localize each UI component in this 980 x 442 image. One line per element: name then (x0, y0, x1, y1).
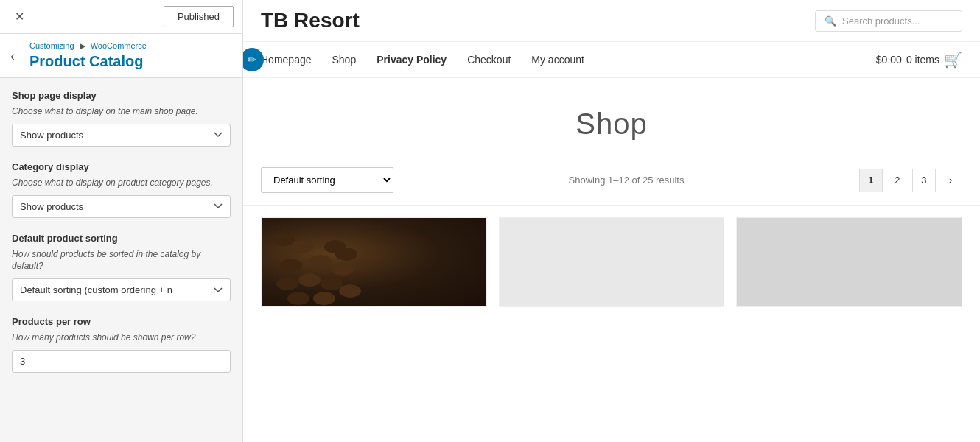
search-placeholder: Search products... (842, 15, 920, 27)
shop-heading: Shop (261, 108, 962, 141)
search-icon: 🔍 (825, 15, 836, 27)
nav-shop[interactable]: Shop (332, 54, 357, 66)
default-sorting-section: Default product sorting How should produ… (12, 233, 231, 302)
products-per-row-section: Products per row How many products shoul… (12, 316, 231, 373)
page-2-button[interactable]: 2 (886, 169, 909, 192)
sort-select[interactable]: Default sorting (261, 167, 393, 193)
default-sorting-title: Default product sorting (12, 233, 231, 244)
nav-bar: ✏ Homepage Shop Privacy Policy Checkout … (243, 42, 980, 78)
breadcrumb-customizing[interactable]: Customizing (29, 41, 74, 50)
default-sorting-desc: How should products be sorted in the cat… (12, 248, 231, 273)
page-3-button[interactable]: 3 (912, 169, 936, 192)
cart-icon: 🛒 (944, 51, 962, 69)
panel-content: Shop page display Choose what to display… (0, 78, 242, 442)
breadcrumb-separator: ▶ (80, 41, 85, 50)
product-grid (243, 206, 980, 319)
shop-display-title: Shop page display (12, 90, 231, 101)
breadcrumb-area: ‹ Customizing ▶ WooCommerce Product Cata… (0, 34, 242, 78)
category-display-title: Category display (12, 161, 231, 172)
breadcrumb: Customizing ▶ WooCommerce (29, 41, 231, 51)
coffee-beans-image (262, 218, 486, 306)
shop-display-section: Shop page display Choose what to display… (12, 90, 231, 147)
category-display-select[interactable]: Show products Show subcategories Show su… (12, 195, 231, 218)
page-title: Product Catalog (29, 53, 231, 70)
breadcrumb-woocommerce[interactable]: WooCommerce (91, 41, 147, 50)
category-display-desc: Choose what to display on product catego… (12, 177, 231, 189)
products-per-row-input[interactable] (12, 350, 231, 373)
shop-display-select[interactable]: Show products Show categories Show categ… (12, 124, 231, 147)
product-image (262, 218, 486, 306)
published-button[interactable]: Published (164, 6, 234, 27)
nav-checkout[interactable]: Checkout (467, 54, 511, 66)
shop-heading-area: Shop (243, 78, 980, 155)
product-card[interactable] (499, 217, 725, 307)
products-per-row-title: Products per row (12, 316, 231, 327)
main-content: Shop Default sorting Showing 1–12 of 25 … (243, 78, 980, 442)
cart-items-count: 0 items (906, 54, 939, 66)
product-card[interactable] (261, 217, 487, 307)
top-bar: ✕ Published (0, 0, 242, 34)
nav-homepage[interactable]: Homepage (261, 54, 312, 66)
pagination: 1 2 3 › (859, 169, 962, 192)
customizer-panel: ✕ Published ‹ Customizing ▶ WooCommerce … (0, 0, 243, 442)
product-card[interactable] (736, 217, 962, 307)
back-button[interactable]: ‹ (7, 45, 18, 66)
category-display-section: Category display Choose what to display … (12, 161, 231, 218)
preview-panel: TB Resort 🔍 Search products... ✏ Homepag… (243, 0, 980, 442)
site-header: TB Resort 🔍 Search products... (243, 0, 980, 42)
nav-privacy[interactable]: Privacy Policy (377, 54, 447, 66)
default-sorting-select[interactable]: Default sorting (custom ordering + n Pop… (12, 278, 231, 301)
cart-area[interactable]: $0.00 0 items 🛒 (876, 51, 962, 69)
nav-myaccount[interactable]: My account (531, 54, 584, 66)
results-text: Showing 1–12 of 25 results (569, 175, 685, 186)
shop-toolbar: Default sorting Showing 1–12 of 25 resul… (243, 155, 980, 206)
next-page-button[interactable]: › (939, 169, 962, 192)
search-box[interactable]: 🔍 Search products... (815, 10, 962, 32)
shop-display-desc: Choose what to display on the main shop … (12, 105, 231, 118)
nav-links: Homepage Shop Privacy Policy Checkout My… (261, 42, 584, 77)
page-1-button[interactable]: 1 (859, 169, 883, 192)
close-button[interactable]: ✕ (9, 7, 30, 27)
product-image (737, 218, 962, 306)
product-image (500, 218, 724, 306)
products-per-row-desc: How many products should be shown per ro… (12, 332, 231, 344)
site-title: TB Resort (261, 9, 360, 32)
pencil-icon: ✏ (248, 54, 256, 66)
cart-amount: $0.00 (876, 54, 902, 66)
